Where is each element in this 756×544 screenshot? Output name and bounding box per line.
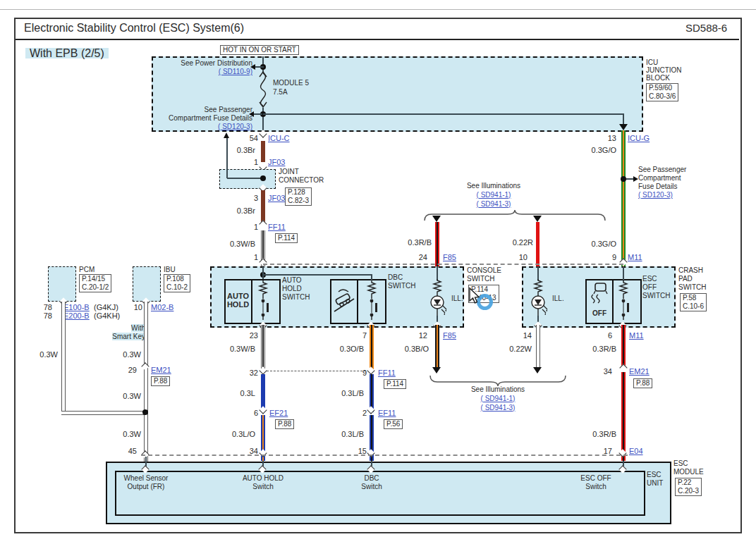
arrowhead-down bbox=[432, 367, 441, 373]
console-feed-line bbox=[263, 274, 372, 276]
pcm-ref-box: P.14/15 C.20-1/2 bbox=[79, 274, 111, 292]
link-ef11[interactable]: EF11 bbox=[378, 409, 396, 418]
link-sd120-3[interactable]: ( SD120-3) bbox=[638, 191, 673, 199]
wire-black-orange bbox=[435, 325, 439, 367]
wire-white bbox=[144, 302, 148, 462]
crash-pad-label-2: PAD bbox=[678, 275, 693, 283]
icu-block-label-3: BLOCK bbox=[646, 74, 670, 82]
connector-dashed-line bbox=[141, 455, 628, 456]
em21-ref-box: P.88 bbox=[633, 378, 652, 388]
link-sd110-9[interactable]: ( SD110-9) bbox=[154, 68, 252, 76]
wire-label-03w: 0.3W bbox=[117, 350, 141, 359]
wire-label-03rb: 0.3R/B bbox=[577, 345, 616, 354]
link-ef21[interactable]: EF21 bbox=[269, 409, 288, 418]
link-e200-b[interactable]: E200-B bbox=[63, 311, 90, 321]
esc-input-dbc-2: Switch bbox=[336, 483, 407, 491]
crossfeed-line bbox=[263, 113, 623, 115]
esc-input-auto-hold-2: Switch bbox=[228, 483, 298, 491]
wire-white-horizontal bbox=[61, 411, 146, 415]
link-f85[interactable]: F85 bbox=[443, 253, 456, 262]
link-icu-c[interactable]: ICU-C bbox=[268, 134, 290, 143]
wire-label-03lb: 0.3L/B bbox=[324, 430, 364, 439]
esc-unit-label-1: ESC bbox=[647, 471, 662, 479]
link-m02-b[interactable]: M02-B bbox=[151, 303, 173, 312]
link-jf03[interactable]: JF03 bbox=[268, 194, 285, 203]
pcm-ref-page: P.14/15 bbox=[82, 275, 109, 283]
auto-hold-switch-label-1: AUTO bbox=[282, 276, 302, 285]
wire-white bbox=[61, 302, 66, 412]
esc-module-label-2: MODULE bbox=[673, 468, 704, 476]
link-em21[interactable]: EM21 bbox=[151, 366, 171, 375]
see-fuse-right-3: Fuse Details bbox=[638, 183, 678, 191]
wire-seg bbox=[262, 266, 264, 280]
console-switch-label-1: CONSOLE bbox=[467, 266, 501, 275]
junction-dot bbox=[260, 175, 266, 181]
ef21-ref-box: P.88 bbox=[275, 419, 294, 429]
link-icu-g[interactable]: ICU-G bbox=[628, 134, 650, 143]
wire-label-03bo: 0.3B/O bbox=[389, 345, 429, 354]
pin-29: 29 bbox=[117, 366, 137, 375]
title-separator bbox=[16, 39, 739, 40]
ef11-ref-box: P.56 bbox=[384, 419, 403, 429]
esc-off-switch-label-3: SWITCH bbox=[642, 292, 670, 300]
pin-9: 9 bbox=[341, 369, 367, 378]
esc-module-ref-box: P.22 C.20-3 bbox=[675, 478, 702, 496]
link-f85[interactable]: F85 bbox=[443, 331, 456, 340]
see-illuminations-top: See Illuminations bbox=[437, 182, 550, 190]
resistor-symbol bbox=[433, 279, 441, 293]
wire-label-03w: 0.3W bbox=[117, 430, 141, 439]
esc-input-wheel-sensor-1: Wheel Sensor bbox=[111, 474, 181, 483]
wire-label-03lb: 0.3L/B bbox=[324, 389, 364, 398]
auto-hold-switch-label-3: SWITCH bbox=[282, 293, 310, 302]
dbc-downhill-icon bbox=[333, 285, 355, 316]
connector-dashed-line bbox=[263, 264, 623, 265]
console-switch-label-2: SWITCH bbox=[467, 275, 494, 283]
wire-brown bbox=[261, 190, 265, 224]
arrowhead-down bbox=[619, 124, 628, 130]
wire-label-022r: 0.22R bbox=[496, 238, 533, 247]
wire-orange-black bbox=[370, 325, 374, 372]
link-em21[interactable]: EM21 bbox=[629, 367, 650, 376]
ibu-ref-box: P.108 C.10-2 bbox=[164, 274, 190, 292]
crash-pad-label-3: SWITCH bbox=[678, 283, 706, 292]
wire-red-black bbox=[621, 325, 626, 369]
esc-input-auto-hold-1: AUTO HOLD bbox=[228, 474, 298, 483]
switch-symbol bbox=[621, 296, 632, 320]
arrowhead-down bbox=[533, 367, 542, 373]
smart-key-line-1: With bbox=[131, 324, 145, 332]
pcm-label: PCM bbox=[79, 266, 94, 274]
wire-label-03rb: 0.3R/B bbox=[577, 430, 616, 439]
link-sd941-1[interactable]: ( SD941-1) bbox=[437, 395, 559, 403]
link-sd941-3[interactable]: ( SD941-3) bbox=[437, 200, 550, 209]
pin-1: 1 bbox=[233, 253, 258, 262]
link-m11[interactable]: M11 bbox=[629, 331, 644, 340]
esc-input-wheel-sensor-2: Output (FR) bbox=[111, 483, 181, 491]
esc-input-esc-off-1: ESC OFF bbox=[561, 474, 631, 483]
link-sd941-3[interactable]: ( SD941-3) bbox=[437, 404, 559, 412]
link-ff11[interactable]: FF11 bbox=[268, 223, 286, 232]
fuse-rating: 7.5A bbox=[273, 88, 288, 97]
pin-34: 34 bbox=[588, 367, 612, 376]
pin-12: 12 bbox=[408, 331, 427, 340]
wire-seg bbox=[371, 274, 372, 280]
cell-divider bbox=[357, 279, 358, 323]
pin-9: 9 bbox=[597, 253, 616, 262]
link-sd941-1[interactable]: ( SD941-1) bbox=[437, 191, 550, 199]
wire-label-03l: 0.3L bbox=[224, 389, 255, 398]
link-ff11[interactable]: FF11 bbox=[378, 369, 396, 378]
crash-pad-label-1: CRASH bbox=[678, 266, 703, 275]
ff11-ref-box: P.114 bbox=[275, 233, 298, 243]
link-sd120-3[interactable]: ( SD120-3) bbox=[154, 123, 252, 131]
pin-3: 3 bbox=[233, 194, 258, 203]
link-jf03[interactable]: JF03 bbox=[268, 158, 285, 167]
wire-label-03rb: 0.3R/B bbox=[395, 238, 432, 247]
pin-78: 78 bbox=[34, 311, 52, 321]
esc-input-dbc-1: DBC bbox=[336, 474, 407, 483]
wire-white bbox=[536, 325, 540, 367]
pin-54: 54 bbox=[233, 134, 258, 143]
pcm-box bbox=[48, 266, 76, 302]
switch-symbol bbox=[260, 296, 272, 320]
link-m11[interactable]: M11 bbox=[628, 253, 642, 262]
link-e04[interactable]: E04 bbox=[629, 447, 643, 456]
wire-green-orange bbox=[621, 130, 626, 266]
